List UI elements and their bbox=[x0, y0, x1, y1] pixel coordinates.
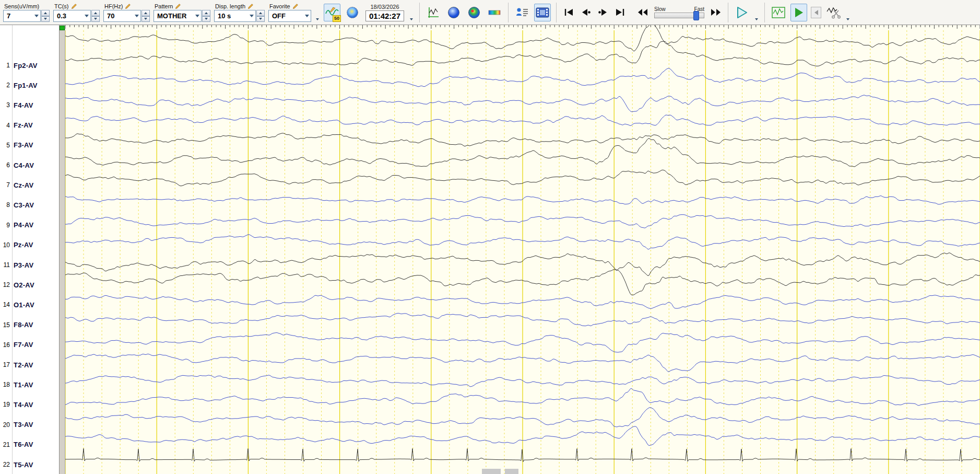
hf-spinner[interactable] bbox=[141, 10, 150, 22]
channel-label: T4-AV bbox=[14, 401, 33, 409]
play-icon bbox=[736, 6, 748, 19]
play-button[interactable] bbox=[734, 6, 750, 19]
skip-end-button[interactable] bbox=[613, 6, 627, 19]
hf-up-button[interactable] bbox=[141, 10, 150, 16]
favorite-label: Favorite bbox=[269, 3, 290, 9]
channel-label: T6-AV bbox=[14, 441, 33, 448]
sens-up-button[interactable] bbox=[41, 10, 50, 16]
next-event-button[interactable] bbox=[596, 6, 610, 19]
up-arrow-icon bbox=[94, 12, 97, 14]
auto-play-button[interactable] bbox=[790, 4, 807, 21]
channel-row[interactable]: 11P3-AV bbox=[0, 260, 33, 270]
edit-pencil-icon[interactable] bbox=[175, 3, 181, 9]
channel-row[interactable]: 18T1-AV bbox=[0, 380, 33, 389]
favorite-combo[interactable]: OFF bbox=[268, 10, 311, 22]
position-marker[interactable] bbox=[60, 26, 65, 30]
channel-row[interactable]: 19T4-AV bbox=[0, 400, 33, 409]
channel-row[interactable]: 20T3-AV bbox=[0, 420, 33, 430]
channel-label: T2-AV bbox=[14, 361, 33, 369]
brain-map-button[interactable] bbox=[344, 4, 361, 21]
toolbar-separator bbox=[508, 3, 509, 22]
clip-cut-button[interactable] bbox=[825, 4, 842, 21]
chevron-down-icon bbox=[195, 15, 199, 17]
speed-thumb[interactable] bbox=[693, 11, 699, 20]
patient-info-button[interactable] bbox=[514, 4, 530, 21]
channel-number: 21 bbox=[0, 441, 10, 448]
pattern-value: MOTHER bbox=[157, 12, 186, 20]
sens-spinner[interactable] bbox=[41, 10, 50, 22]
sens-combo[interactable]: 7 bbox=[3, 10, 41, 22]
channel-label: P3-AV bbox=[14, 261, 33, 269]
amplitude-measure-button[interactable] bbox=[425, 4, 442, 21]
channel-row[interactable]: 14O1-AV bbox=[0, 300, 34, 309]
tc-spinner[interactable] bbox=[91, 10, 100, 22]
channel-row[interactable]: 7Cz-AV bbox=[0, 180, 33, 190]
prev-event-button[interactable] bbox=[579, 6, 593, 19]
rewind-button[interactable] bbox=[636, 6, 650, 19]
eeg-svg[interactable] bbox=[65, 25, 980, 474]
hf-down-button[interactable] bbox=[141, 16, 150, 22]
hf-combo[interactable]: 70 bbox=[103, 10, 141, 22]
datetime-more-arrow[interactable] bbox=[409, 5, 414, 20]
channel-number: 10 bbox=[0, 241, 10, 249]
channel-row[interactable]: 3F4-AV bbox=[0, 100, 33, 110]
channel-row[interactable]: 12O2-AV bbox=[0, 280, 34, 290]
channel-label: C3-AV bbox=[14, 201, 34, 209]
wave-box-icon bbox=[772, 6, 785, 19]
channel-row[interactable]: 16F7-AV bbox=[0, 340, 33, 350]
head-map-rainbow-button[interactable] bbox=[466, 4, 482, 21]
channel-label: Fp2-AV bbox=[14, 62, 38, 70]
speed-track[interactable] bbox=[654, 13, 704, 18]
edit-pencil-icon[interactable] bbox=[71, 3, 77, 9]
fast-forward-button[interactable] bbox=[709, 6, 723, 19]
brain-map-icon bbox=[346, 6, 359, 19]
channel-number: 15 bbox=[0, 321, 10, 329]
disp-length-up-button[interactable] bbox=[256, 10, 265, 16]
pattern-up-button[interactable] bbox=[202, 10, 210, 16]
vertical-scrollbar[interactable] bbox=[59, 25, 65, 474]
wave-display-button[interactable] bbox=[770, 4, 787, 21]
edit-pencil-icon[interactable] bbox=[247, 3, 254, 9]
favorite-more-arrow[interactable] bbox=[315, 5, 320, 20]
video-button[interactable] bbox=[534, 4, 551, 21]
channel-row[interactable]: 2Fp1-AV bbox=[0, 80, 38, 90]
channel-row[interactable]: 10Pz-AV bbox=[0, 240, 33, 250]
channel-row[interactable]: 22T5-AV bbox=[0, 460, 33, 469]
tc-combo[interactable]: 0.3 bbox=[53, 10, 91, 22]
head-map-blue-button[interactable] bbox=[445, 4, 462, 21]
channel-row[interactable]: 21T6-AV bbox=[0, 440, 33, 449]
eeg-trace-area[interactable] bbox=[65, 25, 980, 474]
channel-row[interactable]: 8C3-AV bbox=[0, 200, 34, 210]
channel-row[interactable]: 5F3-AV bbox=[0, 141, 33, 150]
speed-slider[interactable]: Slow Fast bbox=[654, 6, 704, 18]
sens-down-button[interactable] bbox=[41, 16, 50, 22]
amplitude-measure-icon bbox=[427, 6, 440, 19]
channel-number: 5 bbox=[0, 142, 10, 149]
colorbar-button[interactable] bbox=[486, 4, 503, 21]
sens-control: Sens(uV/mm) 7 bbox=[3, 1, 50, 24]
notch-filter-button[interactable]: 50 bbox=[324, 4, 340, 21]
channel-row[interactable]: 15F8-AV bbox=[0, 320, 33, 330]
channel-row[interactable]: 9P4-AV bbox=[0, 221, 33, 230]
tools-more-arrow[interactable] bbox=[845, 5, 851, 20]
play-more-arrow[interactable] bbox=[754, 5, 759, 20]
edit-pencil-icon[interactable] bbox=[125, 3, 131, 9]
disp-length-spinner[interactable] bbox=[256, 10, 265, 22]
down-arrow-icon bbox=[44, 18, 47, 20]
pattern-combo[interactable]: MOTHER bbox=[154, 10, 202, 22]
disp-length-down-button[interactable] bbox=[256, 16, 265, 22]
channel-label: Pz-AV bbox=[14, 241, 33, 249]
channel-row[interactable]: 6C4-AV bbox=[0, 160, 34, 170]
step-back-button[interactable] bbox=[811, 7, 821, 18]
down-arrow-icon bbox=[94, 18, 97, 20]
pattern-spinner[interactable] bbox=[202, 10, 210, 22]
channel-row[interactable]: 4Fz-AV bbox=[0, 121, 33, 130]
disp-length-combo[interactable]: 10 s bbox=[214, 10, 256, 22]
edit-pencil-icon[interactable] bbox=[292, 3, 299, 9]
skip-start-button[interactable] bbox=[562, 6, 575, 19]
channel-row[interactable]: 1Fp2-AV bbox=[0, 61, 38, 70]
tc-down-button[interactable] bbox=[91, 16, 100, 22]
tc-up-button[interactable] bbox=[91, 10, 100, 16]
channel-row[interactable]: 17T2-AV bbox=[0, 360, 33, 369]
pattern-down-button[interactable] bbox=[202, 16, 210, 22]
